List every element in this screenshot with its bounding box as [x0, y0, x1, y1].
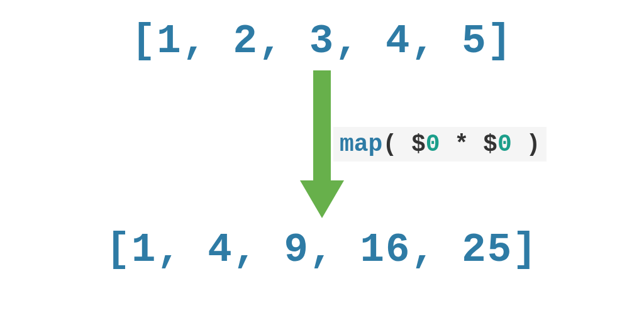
space-2	[469, 131, 483, 158]
multiply-operator: *	[454, 131, 469, 158]
zero-1: 0	[426, 131, 440, 158]
arrow-section: map( $0 * $0 )	[0, 64, 644, 228]
zero-2: 0	[497, 131, 512, 158]
open-paren: (	[382, 131, 411, 158]
input-array: [1, 2, 3, 4, 5]	[131, 19, 513, 64]
map-function-name: map	[340, 131, 382, 158]
svg-rect-0	[313, 70, 331, 184]
close-paren: )	[512, 131, 541, 158]
output-array: [1, 4, 9, 16, 25]	[106, 228, 538, 273]
map-expression-label: map( $0 * $0 )	[333, 127, 547, 162]
dollar-2: $	[483, 131, 497, 158]
dollar-1: $	[411, 131, 426, 158]
space-1	[440, 131, 455, 158]
svg-marker-1	[300, 180, 344, 218]
